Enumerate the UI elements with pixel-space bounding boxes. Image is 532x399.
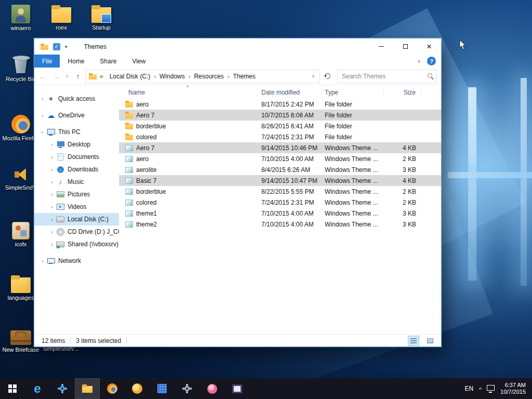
taskbar-app-blue-button[interactable] (150, 378, 175, 399)
breadcrumb-item[interactable]: Windows (156, 73, 188, 80)
search-input[interactable] (341, 72, 428, 81)
qat-properties-icon[interactable] (53, 43, 60, 50)
taskbar-app-orange-button[interactable] (125, 378, 150, 399)
sidebar-item-downloads[interactable]: Downloads (34, 163, 119, 176)
ribbon-tab-file[interactable]: File (34, 55, 60, 68)
search-icon[interactable] (428, 73, 432, 78)
taskbar-start-button[interactable] (0, 378, 25, 399)
file-row[interactable]: Aero 710/7/2015 6:06 AMFile folder (119, 110, 441, 121)
explorer-window-icon (41, 44, 48, 50)
breadcrumb-overflow-icon[interactable] (100, 73, 103, 80)
chevron-right-icon[interactable] (49, 192, 55, 197)
chevron-right-icon[interactable] (49, 167, 55, 172)
breadcrumb-item[interactable]: Local Disk (C:) (107, 73, 154, 80)
chevron-right-icon[interactable] (49, 179, 55, 185)
file-row[interactable]: aero8/17/2015 2:42 PMFile folder (119, 99, 441, 110)
chevron-right-icon[interactable] (49, 217, 55, 222)
chevron-down-icon[interactable] (39, 129, 46, 135)
sidebar-item-music[interactable]: Music (34, 176, 119, 188)
taskbar-edge-button[interactable] (25, 378, 50, 399)
chevron-right-icon[interactable] (39, 258, 46, 264)
taskbar-settings-button[interactable] (50, 378, 75, 399)
sidebar-item-desktop[interactable]: Desktop (34, 138, 119, 151)
breadcrumb-item[interactable]: Resources (191, 73, 227, 80)
sidebar-item-documents[interactable]: Documents (34, 151, 119, 163)
sidebar-item-label: Shared (\\vboxsrv) ( (68, 241, 119, 248)
taskbar-clock[interactable]: 6:37 AM 10/7/2015 (500, 382, 526, 395)
sidebar-item-videos[interactable]: Videos (34, 201, 119, 213)
maximize-button[interactable] (393, 38, 417, 55)
ribbon-tab-share[interactable]: Share (92, 55, 124, 68)
disk-icon (56, 215, 64, 223)
file-row[interactable]: borderblue8/26/2015 6:41 AMFile folder (119, 121, 441, 131)
desktop-icon-winaero[interactable]: winaero (1, 4, 41, 32)
file-row[interactable]: theme17/10/2015 4:00 AMWindows Theme ...… (119, 208, 441, 219)
address-dropdown-icon[interactable] (310, 74, 317, 78)
column-header-size[interactable]: Size (384, 88, 421, 97)
network-icon[interactable] (487, 385, 495, 391)
desktop-icon-label: winaero (11, 25, 31, 32)
minimize-button[interactable] (369, 38, 393, 55)
ribbon-tab-home[interactable]: Home (60, 55, 92, 68)
file-name-cell: aerolite (119, 164, 258, 175)
sidebar-item-onedrive[interactable]: OneDrive (34, 109, 119, 122)
file-row[interactable]: colored7/24/2015 2:31 PMWindows Theme ..… (119, 197, 441, 208)
recent-locations-chevron-icon[interactable] (63, 70, 71, 83)
chevron-right-icon[interactable] (49, 242, 55, 247)
close-button[interactable] (417, 38, 441, 55)
sidebar-item-pictures[interactable]: Pictures (34, 188, 119, 201)
taskbar-app-gray-button[interactable] (175, 378, 200, 399)
forward-button[interactable] (50, 70, 62, 83)
chevron-right-icon[interactable] (49, 154, 55, 160)
chevron-right-icon[interactable] (39, 113, 46, 118)
file-row[interactable]: aerolite8/4/2015 6:26 AMWindows Theme ..… (119, 164, 441, 175)
ribbon-expand-chevron-icon[interactable] (417, 58, 421, 64)
file-row[interactable]: colored7/24/2015 2:31 PMFile folder (119, 131, 441, 142)
desktop-icon-startup[interactable]: Startup (82, 4, 121, 31)
sidebar-item-cd-drive-d-j-ccs[interactable]: CD Drive (D:) J_CCS (34, 225, 119, 238)
search-box[interactable] (337, 70, 437, 83)
sidebar-item-label: Pictures (68, 191, 90, 198)
file-row[interactable]: Aero 79/14/2015 10:46 PMWindows Theme ..… (119, 142, 441, 153)
back-button[interactable] (36, 70, 49, 83)
column-header-date-modified[interactable]: Date modified (258, 88, 322, 97)
file-row[interactable]: theme27/10/2015 4:00 AMWindows Theme ...… (119, 219, 441, 230)
file-date-modified: 8/22/2015 5:55 PM (258, 186, 322, 197)
sidebar-item-shared-vboxsrv[interactable]: Shared (\\vboxsrv) ( (34, 238, 119, 250)
details-view-button[interactable] (408, 336, 419, 346)
language-indicator[interactable]: EN (464, 385, 473, 392)
screen: winaeroroexStartupRecycle BinMozilla Fir… (0, 0, 532, 399)
ribbon-tab-view[interactable]: View (124, 55, 153, 68)
thumbnail-view-button[interactable] (424, 336, 436, 346)
taskbar-app-pink-button[interactable] (200, 378, 224, 399)
theme-icon (125, 210, 133, 217)
file-row[interactable]: aero7/10/2015 4:00 AMWindows Theme ...2 … (119, 153, 441, 164)
up-button[interactable] (72, 70, 84, 83)
chevron-right-icon[interactable] (49, 142, 55, 148)
desktop-icon-roex[interactable]: roex (42, 4, 81, 31)
refresh-button[interactable] (321, 70, 334, 83)
ribbon: FileHomeShareView (34, 55, 441, 68)
taskbar-firefox-button[interactable] (100, 378, 125, 399)
file-row[interactable]: borderblue8/22/2015 5:55 PMWindows Theme… (119, 186, 441, 197)
theme-icon (125, 200, 133, 206)
help-icon[interactable] (427, 57, 436, 65)
address-box[interactable]: Local Disk (C:)›Windows›Resources›Themes (85, 70, 320, 83)
breadcrumb-item[interactable]: Themes (230, 73, 258, 80)
ribbon-tabs: FileHomeShareView (34, 55, 153, 68)
file-size (384, 99, 421, 110)
chevron-right-icon[interactable] (39, 96, 46, 102)
taskbar-file-explorer-button[interactable] (75, 378, 100, 399)
sidebar-item-quick-access[interactable]: Quick access (34, 92, 119, 105)
chevron-right-icon[interactable] (49, 204, 55, 210)
sidebar-item-network[interactable]: Network (34, 255, 119, 267)
explorer-window: Themes FileHomeShareView Local Disk (C (34, 38, 442, 347)
sidebar-item-this-pc[interactable]: This PC (34, 126, 119, 138)
chevron-right-icon[interactable] (49, 229, 55, 235)
sidebar-item-local-disk-c[interactable]: Local Disk (C:) (34, 213, 119, 225)
tray-expand-chevron-icon[interactable] (476, 388, 484, 390)
qat-customize-chevron-icon[interactable] (65, 44, 68, 49)
taskbar-app-media-button[interactable] (224, 378, 249, 399)
file-row[interactable]: Basic 79/14/2015 10:47 PMWindows Theme .… (119, 175, 441, 186)
column-header-type[interactable]: Type (322, 88, 384, 97)
